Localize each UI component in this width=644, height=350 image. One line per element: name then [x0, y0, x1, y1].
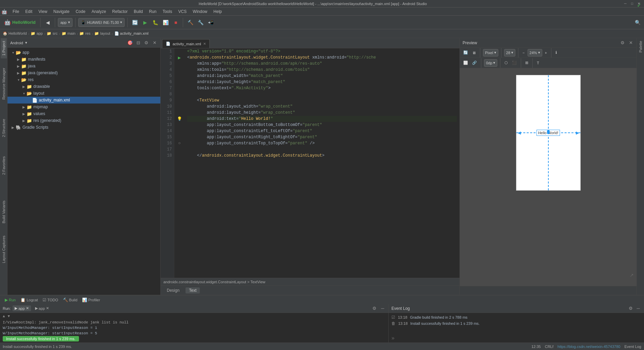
tree-item-java-gen[interactable]: ▶ 📁 java (generated)	[7, 69, 160, 76]
preview-info-btn[interactable]: ℹ	[554, 49, 558, 57]
breadcrumb-main[interactable]: 📁 main	[62, 31, 76, 36]
tree-item-res-gen[interactable]: ▶ 📁 res (generated)	[7, 117, 160, 124]
breadcrumb-src[interactable]: 📁 src	[47, 31, 58, 36]
breadcrumb-helloworld[interactable]: 🏠 HelloWorld	[3, 31, 27, 36]
status-event-log[interactable]: Event Log	[624, 345, 641, 349]
panel-hide-btn[interactable]: ✕	[151, 40, 158, 46]
tree-item-drawable[interactable]: ▶ 📁 drawable	[7, 83, 160, 90]
vtab-resource-manager[interactable]: Resource Manager	[1, 65, 7, 102]
menu-file[interactable]: File	[10, 9, 22, 15]
menu-edit[interactable]: Edit	[22, 9, 35, 15]
menu-run[interactable]: Run	[146, 9, 159, 15]
design-tab-text[interactable]: Text	[186, 287, 200, 293]
resize-handle[interactable]: ↗	[630, 272, 634, 278]
run-tab-1[interactable]: ▶ app ✕	[13, 305, 31, 311]
breadcrumb-layout[interactable]: 📁 layout	[94, 31, 110, 36]
device-type-dropdown[interactable]: Pixel ▾	[483, 49, 498, 57]
tree-item-layout[interactable]: ▾ 📂 layout	[7, 90, 160, 97]
zoom-dropdown[interactable]: 24% ▾	[528, 49, 542, 57]
scroll-down-btn[interactable]: ▼	[8, 314, 10, 318]
code-lines[interactable]: <?xml version="1.0" encoding="utf-8"?> <…	[184, 48, 460, 278]
panel-locate-btn[interactable]: 🎯	[127, 40, 133, 46]
menu-build[interactable]: Build	[131, 9, 146, 15]
expand-events-btn[interactable]: »	[391, 335, 395, 341]
status-link[interactable]: https://blog.csdn.net/weixin-45743780	[558, 345, 621, 349]
android-dropdown-arrow[interactable]: ▾	[25, 41, 27, 45]
preview-hide-btn[interactable]: ✕	[628, 40, 634, 46]
avd-btn[interactable]: 📲	[206, 18, 215, 27]
minimize-button[interactable]: ─	[623, 1, 628, 6]
code-editor[interactable]: 1 2 3 4 5 6 7 8 9 10 11 12 13 14 15 16 1	[161, 48, 460, 278]
tree-item-mipmap[interactable]: ▶ 📁 mipmap	[7, 104, 160, 110]
run-settings-btn[interactable]: ⚙	[371, 305, 377, 312]
tab-close-btn[interactable]: ✕	[203, 42, 206, 46]
preview-zoom-out-btn[interactable]: −	[521, 49, 526, 57]
menu-analyze[interactable]: Analyze	[89, 9, 109, 15]
preview-settings-btn[interactable]: ⚙	[619, 40, 626, 46]
preview-text-btn[interactable]: T	[535, 59, 541, 67]
panel-collapse-btn[interactable]: ⊟	[135, 40, 141, 46]
api-level-dropdown[interactable]: 28 ▾	[504, 49, 515, 57]
todo-btn[interactable]: ☑ TODO	[41, 297, 60, 303]
tree-item-values[interactable]: ▶ 📁 values	[7, 110, 160, 117]
vtab-build-variants[interactable]: Build Variants	[1, 198, 7, 226]
preview-zoom-in-btn[interactable]: +	[544, 49, 548, 57]
build-btn[interactable]: 🔨	[186, 18, 195, 27]
run-tab-2-close[interactable]: ✕	[46, 306, 49, 311]
run-green-btn[interactable]: ▶ Run	[3, 297, 18, 303]
design-tab-design[interactable]: Design	[163, 287, 183, 293]
vtab-captures[interactable]: Layout Captures	[1, 233, 7, 266]
preview-canvas[interactable]: Hello World! ◀ ▶ ↗	[460, 68, 637, 286]
scroll-up-btn[interactable]: ▲	[3, 314, 5, 318]
breadcrumb-file[interactable]: 📄 activity_main.xml	[114, 31, 149, 36]
menu-tools[interactable]: Tools	[160, 9, 175, 15]
preview-refresh-btn[interactable]: 🔄	[462, 49, 469, 57]
search-everywhere-btn[interactable]: 🔍	[633, 18, 642, 27]
module-dropdown[interactable]: app ▾	[58, 18, 72, 27]
menu-vcs[interactable]: VCS	[176, 9, 190, 15]
breadcrumb-res[interactable]: 📁 res	[79, 31, 90, 36]
sync-btn[interactable]: 🔄	[130, 18, 139, 27]
run-hide-btn[interactable]: ─	[380, 305, 386, 312]
sdk-btn[interactable]: 🔧	[196, 18, 205, 27]
status-crlf[interactable]: CRLf	[545, 345, 553, 349]
preview-guidelines-btn[interactable]: ⊞	[524, 59, 530, 67]
event-log-hide-btn[interactable]: ─	[635, 305, 641, 312]
tree-item-java[interactable]: ▶ 📁 java	[7, 63, 160, 69]
preview-constraints-btn[interactable]: 🔗	[471, 59, 478, 67]
panel-settings-btn[interactable]: ⚙	[143, 40, 149, 46]
toolbar-back-btn[interactable]: ◀	[43, 18, 52, 27]
profiler-btn[interactable]: 📊 Profiler	[80, 297, 102, 303]
menu-window[interactable]: Window	[190, 9, 210, 15]
tree-item-activity-main[interactable]: 📄 activity_main.xml	[7, 97, 160, 104]
preview-align-btn[interactable]: ⬛	[511, 59, 518, 67]
gutter-warning-icon[interactable]: ○	[174, 140, 184, 146]
vtab-project[interactable]: 1:Project	[1, 38, 7, 58]
vtab-favorites[interactable]: 2:Favorites	[1, 154, 7, 177]
preview-mode-btn[interactable]: 🖥	[471, 49, 477, 57]
menu-refactor[interactable]: Refactor	[110, 9, 130, 15]
run-btn[interactable]: ▶	[141, 18, 149, 27]
tree-item-gradle[interactable]: ▶ 🐘 Gradle Scripts	[7, 124, 160, 131]
margin-dropdown[interactable]: 0dp ▾	[484, 59, 497, 67]
preview-design-mode[interactable]: ⬜	[462, 59, 469, 67]
menu-navigate[interactable]: Navigate	[51, 9, 72, 15]
handle-top[interactable]	[547, 130, 550, 133]
stop-btn[interactable]: ■	[171, 18, 180, 27]
tree-item-res[interactable]: ▾ 📂 res	[7, 76, 160, 83]
breadcrumb-app[interactable]: 📁 app	[31, 31, 43, 36]
device-dropdown[interactable]: 📱 HUAWEI INE-TL00 ▾	[78, 18, 125, 27]
gutter-bulb-icon[interactable]: 💡	[174, 116, 184, 122]
editor-tab-activity-main[interactable]: 📄 activity_main.xml ✕	[162, 39, 210, 48]
menu-view[interactable]: View	[36, 9, 50, 15]
build-toolbar-btn[interactable]: 🔨 Build	[61, 297, 79, 303]
gutter-run-icon[interactable]: ▶	[174, 54, 184, 61]
profile-btn[interactable]: 📊	[161, 18, 170, 27]
menu-help[interactable]: Help	[211, 9, 225, 15]
vtab-structure[interactable]: 2:Structure	[1, 116, 7, 140]
tree-item-manifests[interactable]: ▶ 📁 manifests	[7, 56, 160, 63]
palette-label[interactable]: Palette	[639, 38, 643, 55]
run-tab-2[interactable]: ▶ app ✕	[33, 305, 51, 311]
preview-pack-btn[interactable]: ⬡	[503, 59, 509, 67]
maximize-button[interactable]: □	[630, 1, 634, 6]
